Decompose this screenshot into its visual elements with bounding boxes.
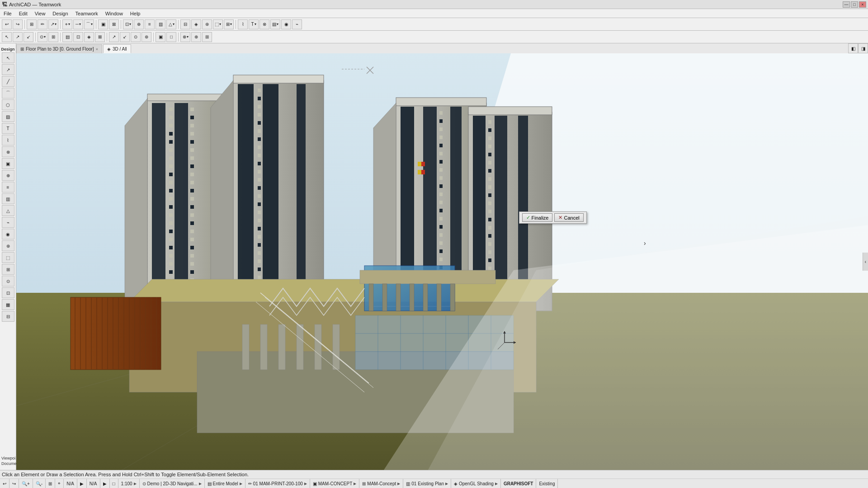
tb1-elevation[interactable]: ◈: [191, 19, 201, 29]
menu-file[interactable]: File: [0, 9, 15, 18]
tab-floorplan[interactable]: ⊞ Floor Plan to 3D [0. Ground Floor] ×: [16, 44, 102, 53]
tb1-magic-dropdown[interactable]: ⌖▾: [62, 19, 72, 29]
tb2-doc[interactable]: □: [166, 32, 176, 42]
tb2-select[interactable]: ↖: [2, 32, 12, 42]
viewport-label[interactable]: Viewpoi: [1, 455, 16, 461]
tb1-transform1[interactable]: ▣: [98, 19, 108, 29]
status-zoom-out[interactable]: 🔍-: [33, 479, 46, 488]
tb2-select2[interactable]: ↗: [13, 32, 23, 42]
sidebar-line[interactable]: ╱: [2, 76, 14, 87]
tb1-redo[interactable]: ↪: [13, 19, 23, 29]
status-layer[interactable]: ▤ Entire Model ▶: [205, 479, 245, 488]
sidebar-window[interactable]: ⊞: [2, 264, 14, 275]
status-concept[interactable]: ▣ MAM-CONCEPT ▶: [310, 479, 360, 488]
tb1-door-dropdown[interactable]: ⬚▾: [213, 19, 223, 29]
finalize-button[interactable]: ✓ Finalize: [522, 213, 553, 222]
tb2-nav1[interactable]: ↗: [109, 32, 119, 42]
tb1-text-dropdown[interactable]: T▾: [249, 19, 259, 29]
tb2-receive[interactable]: ⊞: [202, 32, 212, 42]
tb2-rotate[interactable]: ↙: [24, 32, 33, 42]
menu-help[interactable]: Help: [127, 9, 144, 18]
sidebar-arrow[interactable]: ↗: [2, 64, 14, 75]
tb1-shell[interactable]: ⌁: [292, 19, 302, 29]
document-label[interactable]: Docume: [1, 461, 17, 466]
sidebar-column[interactable]: ⊕: [2, 170, 14, 181]
tb2-view[interactable]: ⊠: [95, 32, 105, 42]
tb1-tool1[interactable]: ⊞: [27, 19, 37, 29]
status-zoom-in[interactable]: 🔍+: [19, 479, 33, 488]
status-measure[interactable]: ⌖: [55, 479, 64, 488]
tb1-stair[interactable]: ⊛: [202, 19, 212, 29]
status-nav-mode[interactable]: ⊙ Demo | 2D-3D Navigati... ▶: [140, 479, 205, 488]
sidebar-label[interactable]: ⊗: [2, 146, 14, 157]
sidebar-object[interactable]: ⊙: [2, 276, 14, 286]
status-scale[interactable]: 1:100 ▶: [118, 479, 140, 488]
tb1-section[interactable]: ⊟: [180, 19, 190, 29]
tb1-slab[interactable]: ▥: [156, 19, 165, 29]
tb2-send[interactable]: ⊕: [191, 32, 201, 42]
status-existing[interactable]: Existing: [536, 479, 558, 488]
sidebar-wall[interactable]: ▣: [2, 158, 14, 169]
menu-window[interactable]: Window: [102, 9, 127, 18]
sidebar-railing[interactable]: ⊟: [2, 311, 14, 322]
tb1-arc-dropdown[interactable]: ⌒▾: [84, 19, 94, 29]
tb2-snap-dropdown[interactable]: ⊙▾: [38, 32, 47, 42]
tb1-label[interactable]: ⊗: [259, 19, 269, 29]
tb1-arrow-dropdown[interactable]: ↗▾: [48, 19, 58, 29]
tb1-window-dropdown[interactable]: ⊞▾: [224, 19, 234, 29]
menu-teamwork[interactable]: Teamwork: [72, 9, 102, 18]
status-fit[interactable]: ⊞: [46, 479, 55, 488]
tb1-transform2[interactable]: ⊠: [109, 19, 119, 29]
corner-btn-2[interactable]: ◨: [858, 43, 868, 53]
sidebar-morph[interactable]: ◉: [2, 229, 14, 239]
tb1-fill-dropdown[interactable]: ▤▾: [270, 19, 280, 29]
tb1-dim[interactable]: ⌇: [238, 19, 248, 29]
corner-btn-1[interactable]: ◧: [848, 43, 858, 53]
status-concept2[interactable]: ⊞ MAM-Concept ▶: [359, 479, 403, 488]
minimize-button[interactable]: —: [843, 1, 850, 8]
tb1-column[interactable]: ⊕: [134, 19, 144, 29]
tb1-morph[interactable]: ◉: [281, 19, 291, 29]
sidebar-door[interactable]: ⬚: [2, 252, 14, 263]
sidebar-poly[interactable]: ⬡: [2, 99, 14, 110]
tb1-wall-dropdown[interactable]: ⊡▾: [123, 19, 133, 29]
sidebar-slab[interactable]: ▥: [2, 193, 14, 204]
tb2-teamwork-dropdown[interactable]: ⊗▾: [180, 32, 190, 42]
sidebar-curtain[interactable]: ▦: [2, 299, 14, 310]
tb1-roof-dropdown[interactable]: △▾: [166, 19, 176, 29]
close-button[interactable]: ×: [859, 1, 866, 8]
sidebar-select[interactable]: ↖: [2, 52, 14, 63]
sidebar-text[interactable]: T: [2, 123, 14, 134]
menu-design[interactable]: Design: [49, 9, 71, 18]
sidebar-fill[interactable]: ▨: [2, 111, 14, 122]
sidebar-arc[interactable]: ⌒: [2, 88, 14, 99]
tab-floorplan-close[interactable]: ×: [96, 47, 98, 52]
sidebar-zone[interactable]: ⊡: [2, 287, 14, 298]
tb1-beam[interactable]: ≡: [145, 19, 155, 29]
tb2-nav4[interactable]: ⊛: [142, 32, 151, 42]
sidebar-beam[interactable]: ≡: [2, 182, 14, 192]
tb2-nav2[interactable]: ↙: [120, 32, 130, 42]
status-undo[interactable]: ↩: [0, 479, 9, 488]
tb1-undo[interactable]: ↩: [2, 19, 12, 29]
sidebar-shell[interactable]: ⌁: [2, 217, 14, 228]
status-render[interactable]: ◈ OpenGL Shading ▶: [451, 479, 501, 488]
tb2-3d[interactable]: ⊡: [73, 32, 83, 42]
status-plan[interactable]: ▥ 01 Existing Plan ▶: [403, 479, 451, 488]
tb1-line-dropdown[interactable]: ─▾: [73, 19, 83, 29]
sidebar-dim[interactable]: ⌇: [2, 135, 14, 145]
menu-view[interactable]: View: [31, 9, 49, 18]
tb2-pub[interactable]: ▣: [156, 32, 165, 42]
maximize-button[interactable]: □: [851, 1, 858, 8]
status-pen-set[interactable]: ✏ 01 MAM-PRINT-200-100 ▶: [245, 479, 310, 488]
sidebar-stair[interactable]: ⊛: [2, 240, 14, 251]
tb2-nav3[interactable]: ⊙: [131, 32, 141, 42]
tb2-layer[interactable]: ▤: [62, 32, 72, 42]
tb2-render[interactable]: ◈: [84, 32, 94, 42]
tb1-tool2[interactable]: ✏: [38, 19, 47, 29]
status-redo[interactable]: ↪: [9, 479, 19, 488]
tab-3d[interactable]: ◈ 3D / All: [103, 44, 131, 53]
right-panel-toggle[interactable]: ‹: [863, 253, 868, 271]
viewport[interactable]: › ✓ Finalize ✕ Cancel ‹: [16, 53, 868, 470]
cancel-button[interactable]: ✕ Cancel: [554, 213, 583, 222]
